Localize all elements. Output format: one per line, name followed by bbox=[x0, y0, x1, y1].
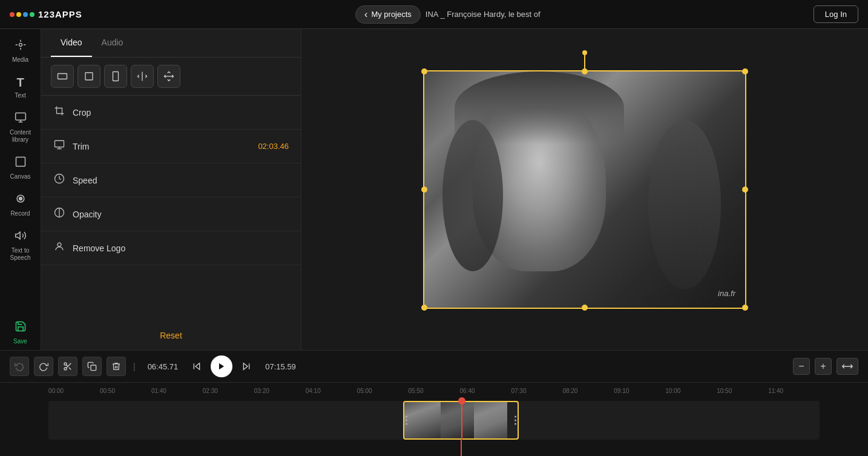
menu-item-trim-label: Trim bbox=[73, 142, 251, 151]
svg-point-23 bbox=[58, 243, 61, 246]
svg-line-28 bbox=[66, 365, 68, 366]
play-button[interactable] bbox=[211, 355, 232, 377]
sidebar-item-content-library[interactable]: Content library bbox=[2, 107, 39, 148]
timeline-controls: | 06:45.71 07:15.59 − + bbox=[0, 351, 868, 383]
video-watermark: ina.fr bbox=[718, 289, 735, 298]
logo: 123APPS bbox=[10, 9, 82, 19]
panel-menu-list: Crop Trim 02:03.46 Speed Opacity bbox=[41, 96, 301, 265]
svg-line-27 bbox=[69, 368, 71, 370]
ruler-labels: 00:00 00:50 01:40 02:30 03:20 04:10 05:0… bbox=[48, 388, 820, 394]
delete-button[interactable] bbox=[107, 357, 126, 376]
sidebar-item-save[interactable]: Save bbox=[2, 316, 39, 350]
main-area: Media T Text Content library Canvas Reco… bbox=[0, 29, 868, 350]
panel: Video Audio Cr bbox=[41, 29, 301, 350]
video-frame: ina.fr bbox=[424, 71, 745, 308]
ratio-portrait-button[interactable] bbox=[104, 65, 127, 88]
crop-top-handle[interactable] bbox=[582, 50, 587, 55]
copy-button[interactable] bbox=[82, 357, 102, 376]
clip-thumb-2 bbox=[441, 402, 474, 438]
seek-back-button[interactable] bbox=[188, 357, 206, 375]
sidebar-item-text-to-speech[interactable]: Text to Speech bbox=[2, 225, 39, 266]
menu-item-crop[interactable]: Crop bbox=[41, 96, 301, 130]
ruler-mark-0: 00:00 bbox=[48, 388, 100, 394]
text-to-speech-icon bbox=[15, 230, 27, 245]
svg-rect-8 bbox=[16, 157, 25, 167]
my-projects-button[interactable]: My projects bbox=[355, 5, 421, 24]
svg-rect-5 bbox=[15, 113, 25, 121]
svg-rect-14 bbox=[113, 72, 119, 81]
sidebar-item-tts-label: Text to Speech bbox=[6, 247, 35, 262]
tab-audio[interactable]: Audio bbox=[92, 29, 133, 57]
opacity-icon bbox=[53, 207, 65, 221]
trim-icon bbox=[53, 139, 65, 153]
panel-reset-area: Reset bbox=[41, 321, 301, 350]
menu-item-trim-value: 02:03.46 bbox=[258, 142, 289, 151]
ruler-mark-5: 04:10 bbox=[306, 388, 357, 394]
logo-dot-yellow bbox=[16, 12, 21, 17]
tab-video[interactable]: Video bbox=[51, 29, 92, 57]
svg-rect-17 bbox=[55, 140, 64, 147]
cut-button[interactable] bbox=[58, 357, 77, 376]
playhead[interactable] bbox=[461, 401, 462, 440]
sidebar-item-media[interactable]: Media bbox=[2, 34, 39, 68]
clip-thumb-3 bbox=[474, 402, 507, 438]
timeline-track bbox=[48, 401, 820, 440]
canvas-icon bbox=[15, 156, 27, 171]
svg-marker-32 bbox=[219, 363, 224, 370]
svg-rect-13 bbox=[85, 73, 93, 80]
ruler-mark-8: 06:40 bbox=[460, 388, 511, 394]
sidebar-item-record-label: Record bbox=[10, 210, 30, 217]
project-title: INA _ Françoise Hardy, le best of bbox=[426, 10, 541, 19]
playhead-line-extension bbox=[461, 440, 462, 456]
split-button[interactable] bbox=[131, 65, 154, 88]
clip-right-handle[interactable] bbox=[515, 416, 516, 425]
panel-toolbar bbox=[41, 58, 301, 96]
svg-rect-29 bbox=[91, 365, 96, 371]
menu-item-trim[interactable]: Trim 02:03.46 bbox=[41, 130, 301, 164]
logo-dot-blue bbox=[23, 12, 28, 17]
clip-left-handle[interactable] bbox=[406, 416, 407, 425]
ratio-square-button[interactable] bbox=[77, 65, 100, 88]
logo-dot-red bbox=[10, 12, 15, 17]
transform-button[interactable] bbox=[157, 65, 180, 88]
panel-tabs: Video Audio bbox=[41, 29, 301, 58]
ruler-mark-11: 09:10 bbox=[614, 388, 665, 394]
text-icon: T bbox=[16, 76, 24, 90]
menu-item-opacity[interactable]: Opacity bbox=[41, 197, 301, 231]
svg-point-24 bbox=[64, 363, 67, 365]
sidebar-item-record[interactable]: Record bbox=[2, 188, 39, 222]
log-in-button[interactable]: Log In bbox=[814, 5, 858, 23]
seek-forward-button[interactable] bbox=[237, 357, 255, 375]
record-icon bbox=[15, 193, 27, 208]
menu-item-opacity-label: Opacity bbox=[73, 210, 289, 219]
ruler-mark-2: 01:40 bbox=[151, 388, 203, 394]
current-time-display: 06:45.71 bbox=[148, 362, 179, 371]
ruler-mark-3: 02:30 bbox=[203, 388, 254, 394]
menu-item-speed[interactable]: Speed bbox=[41, 164, 301, 197]
reset-button[interactable]: Reset bbox=[160, 331, 182, 340]
video-image: ina.fr bbox=[424, 71, 745, 308]
fit-zoom-button[interactable] bbox=[837, 358, 858, 375]
content-library-icon bbox=[15, 111, 27, 127]
zoom-in-button[interactable]: + bbox=[815, 358, 832, 375]
media-icon bbox=[15, 39, 27, 54]
redo-button[interactable] bbox=[34, 357, 53, 376]
ratio-wide-button[interactable] bbox=[51, 65, 74, 88]
ruler-mark-14: 11:40 bbox=[768, 388, 820, 394]
header-center: My projects INA _ Françoise Hardy, le be… bbox=[355, 5, 541, 24]
undo-button[interactable] bbox=[10, 357, 29, 376]
sidebar-item-save-label: Save bbox=[13, 338, 27, 345]
sidebar-item-text[interactable]: T Text bbox=[2, 71, 39, 104]
ruler-mark-7: 05:50 bbox=[409, 388, 460, 394]
menu-item-remove-logo[interactable]: Remove Logo bbox=[41, 231, 301, 265]
zoom-out-button[interactable]: − bbox=[793, 358, 810, 375]
sidebar-item-content-library-label: Content library bbox=[6, 129, 35, 144]
ruler-mark-6: 05:00 bbox=[357, 388, 409, 394]
menu-item-remove-logo-label: Remove Logo bbox=[73, 243, 289, 253]
ruler-mark-13: 10:50 bbox=[717, 388, 768, 394]
sidebar-item-text-label: Text bbox=[15, 92, 25, 99]
svg-marker-11 bbox=[15, 232, 20, 239]
remove-logo-icon bbox=[53, 241, 65, 255]
video-frame-wrapper: ina.fr bbox=[424, 71, 745, 308]
sidebar-item-canvas[interactable]: Canvas bbox=[2, 151, 39, 185]
